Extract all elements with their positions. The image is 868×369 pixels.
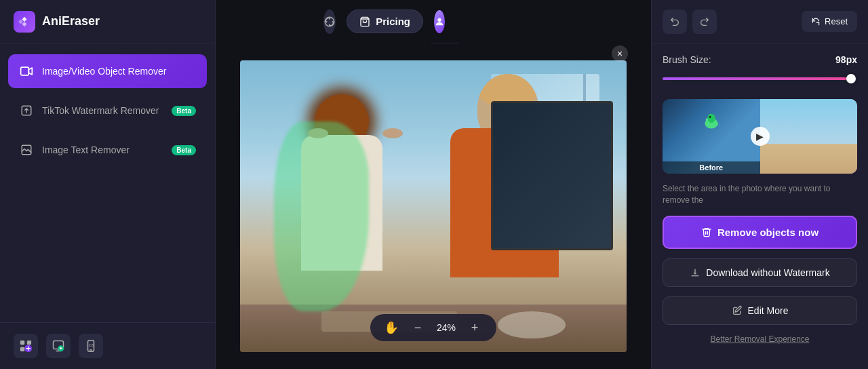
svg-point-15: [326, 20, 328, 22]
edit-more-button[interactable]: Edit More: [663, 296, 857, 325]
image-icon: [19, 142, 34, 157]
svg-point-17: [437, 18, 441, 21]
support-button[interactable]: [323, 9, 336, 34]
preview-after: After: [760, 99, 858, 174]
tiktok-badge: Beta: [172, 106, 196, 116]
panel-actions-left: [663, 9, 717, 34]
zoom-in-button[interactable]: +: [467, 319, 483, 336]
right-panel: Reset Brush Size: 98px: [651, 0, 868, 369]
remove-objects-button[interactable]: Remove objects now: [663, 216, 857, 249]
reset-button[interactable]: Reset: [802, 11, 857, 32]
brush-size-value: 98px: [835, 54, 857, 65]
tiktok-icon: [19, 103, 34, 118]
app-logo: [14, 11, 35, 33]
svg-rect-5: [20, 347, 24, 351]
brush-size-slider-track[interactable]: [663, 77, 857, 80]
preview-before: Before: [663, 99, 760, 174]
preview-before-label: Before: [663, 161, 760, 174]
sidebar-nav: Image/Video Object Remover TikTok Waterm…: [0, 43, 215, 322]
ios-icon[interactable]: iOS: [79, 334, 103, 358]
before-after-preview: Before ▶ After: [663, 99, 857, 174]
video-icon: [19, 64, 34, 79]
svg-point-20: [709, 116, 711, 118]
pricing-button[interactable]: Pricing: [347, 9, 423, 33]
svg-point-19: [707, 114, 715, 123]
better-removal-link[interactable]: Better Removal Experience: [663, 334, 857, 344]
download-app-icon[interactable]: [46, 334, 71, 358]
pricing-label: Pricing: [376, 16, 410, 27]
sidebar-footer: iOS: [0, 322, 215, 369]
reset-label: Reset: [825, 16, 848, 26]
svg-rect-0: [21, 67, 29, 75]
image-text-badge: Beta: [172, 145, 196, 155]
panel-content: Brush Size: 98px Before ▶: [652, 43, 868, 369]
zoom-out-button[interactable]: −: [410, 319, 426, 336]
download-label: Download without Watermark: [706, 267, 829, 278]
canvas-close-button[interactable]: ×: [612, 45, 628, 62]
grid-app-icon[interactable]: [14, 334, 38, 358]
close-icon: ×: [617, 48, 623, 59]
brush-size-label: Brush Size:: [663, 54, 711, 65]
app-title: AniEraser: [42, 14, 100, 28]
remove-objects-label: Remove objects now: [717, 227, 818, 238]
redo-button[interactable]: [692, 9, 717, 34]
user-avatar[interactable]: [434, 10, 445, 33]
canvas-area: ×: [216, 0, 651, 369]
sidebar-header: AniEraser: [0, 0, 215, 43]
svg-point-14: [329, 24, 330, 25]
brush-selection-overlay: [274, 121, 369, 311]
undo-button[interactable]: [663, 9, 687, 34]
bird-before-icon: [698, 109, 724, 135]
zoom-level: 24%: [437, 322, 456, 333]
brush-size-slider-thumb[interactable]: [846, 74, 856, 83]
select-hint-text: Select the area in the photo where you w…: [663, 183, 857, 206]
sidebar-item-tiktok-watermark[interactable]: TikTok Watermark Remover Beta: [8, 94, 207, 128]
brush-size-row: Brush Size: 98px: [663, 54, 857, 65]
sidebar-item-image-video-remover[interactable]: Image/Video Object Remover: [8, 54, 207, 88]
sidebar: AniEraser Image/Video Object Remover Tik…: [0, 0, 216, 369]
svg-rect-3: [20, 341, 24, 345]
sidebar-item-label-tiktok: TikTok Watermark Remover: [42, 105, 163, 116]
sidebar-item-label-image-video: Image/Video Object Remover: [42, 66, 196, 77]
preview-arrow-icon: ▶: [751, 127, 770, 146]
top-nav: Pricing: [431, 0, 458, 43]
main-area: Pricing ×: [216, 0, 651, 369]
sidebar-item-label-image-text: Image Text Remover: [42, 144, 163, 155]
brush-size-slider-container[interactable]: [663, 75, 857, 90]
panel-topbar: Reset: [652, 0, 868, 43]
svg-point-16: [332, 20, 334, 22]
svg-rect-4: [27, 341, 31, 345]
svg-point-13: [329, 18, 330, 19]
svg-text:iOS: iOS: [89, 344, 94, 347]
edit-more-label: Edit More: [748, 305, 789, 316]
sidebar-item-image-text-remover[interactable]: Image Text Remover Beta: [8, 133, 207, 167]
canvas-image-wrapper[interactable]: [240, 60, 627, 352]
hand-tool-icon[interactable]: ✋: [384, 320, 399, 335]
canvas-toolbar: ✋ − 24% +: [370, 314, 496, 341]
download-without-watermark-button[interactable]: Download without Watermark: [663, 258, 857, 287]
